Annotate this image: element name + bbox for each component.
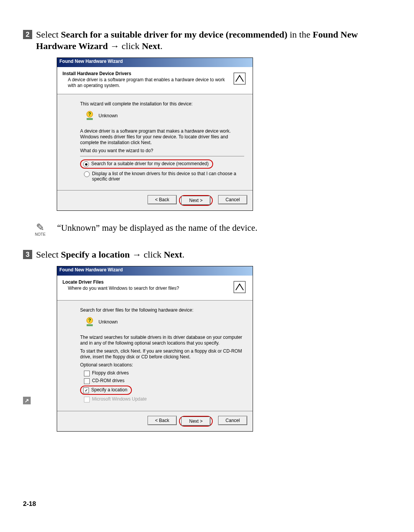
highlight-oval-next2: Next > <box>179 416 213 427</box>
next-button[interactable]: Next > <box>181 196 210 205</box>
step-3-text: Select Specify a location → click Next. <box>36 249 184 260</box>
step-2: 2 Select Search for a suitable driver fo… <box>23 29 391 52</box>
dialog1-heading: Install Hardware Device Drivers <box>62 71 229 76</box>
dialog1-subheading: A device driver is a software program th… <box>68 77 229 89</box>
dialog1-line1: This wizard will complete the installati… <box>80 101 244 107</box>
check-cdrom[interactable] <box>84 378 90 384</box>
step-2-text: Select Search for a suitable driver for … <box>36 29 391 52</box>
note-text: “Unknown” may be displayed as the name o… <box>57 223 257 233</box>
radio1-label: Search for a suitable driver for my devi… <box>91 161 209 166</box>
svg-rect-0 <box>234 73 245 84</box>
dialog2-opt-label: Optional search locations: <box>80 362 244 368</box>
step-2-badge: 2 <box>23 30 32 39</box>
wizard-dialog-install-drivers: Found New Hardware Wizard Install Hardwa… <box>57 57 253 211</box>
dialog1-device-name: Unknown <box>99 113 118 118</box>
chk1-label: Floppy disk drives <box>92 370 129 376</box>
cancel-button[interactable]: Cancel <box>218 195 247 204</box>
hardware-icon <box>232 279 247 295</box>
radio-search-suitable[interactable] <box>83 161 89 167</box>
unknown-device-icon: ? <box>84 316 95 328</box>
check-floppy[interactable] <box>84 371 90 376</box>
hardware-icon <box>232 71 247 86</box>
radio-display-list[interactable] <box>84 171 90 177</box>
dialog2-device-name: Unknown <box>99 319 118 325</box>
svg-text:?: ? <box>88 318 91 323</box>
page-number: 2-18 <box>23 500 36 508</box>
cancel-button[interactable]: Cancel <box>218 416 247 425</box>
step-3: 3 Select Specify a location → click Next… <box>23 249 391 260</box>
note-block: ✎ NOTE “Unknown” may be displayed as the… <box>33 222 391 236</box>
dialog2-title: Found New Hardware Wizard <box>57 266 253 276</box>
chk2-label: CD-ROM drives <box>92 378 125 383</box>
dialog2-line3: To start the search, click Next. If you … <box>80 348 244 360</box>
radio2-label: Display a list of the known drivers for … <box>92 171 244 182</box>
unknown-device-icon: ? <box>84 110 95 122</box>
highlight-oval-radio1: Search for a suitable driver for my devi… <box>80 159 213 169</box>
next-button[interactable]: Next > <box>181 417 210 426</box>
dialog2-line1: Search for driver files for the followin… <box>80 307 244 313</box>
note-icon: ✎ <box>33 222 48 232</box>
highlight-oval-next1: Next > <box>179 195 213 206</box>
back-button[interactable]: < Back <box>148 195 177 204</box>
highlight-oval-specify: Specify a location <box>80 386 132 395</box>
dialog1-prompt: What do you want the wizard to do? <box>80 148 244 154</box>
svg-rect-4 <box>234 281 245 293</box>
chk4-label: Microsoft Windows Update <box>92 396 147 402</box>
dialog-title: Found New Hardware Wizard <box>57 58 253 67</box>
dialog2-line2: The wizard searches for suitable drivers… <box>80 335 244 346</box>
wizard-dialog-locate-files: Found New Hardware Wizard Locate Driver … <box>57 266 253 432</box>
check-windows-update <box>84 397 90 402</box>
dialog2-heading: Locate Driver Files <box>62 279 229 285</box>
step-3-badge: 3 <box>23 250 32 259</box>
dialog1-line2: A device driver is a software program th… <box>80 128 244 146</box>
note-label: NOTE <box>33 232 48 236</box>
svg-text:?: ? <box>88 112 91 117</box>
chk3-label: Specify a location <box>91 387 127 392</box>
svg-rect-7 <box>87 324 93 326</box>
check-specify-location[interactable] <box>83 388 89 393</box>
dialog2-subheading: Where do you want Windows to search for … <box>68 286 229 291</box>
back-button[interactable]: < Back <box>148 416 177 425</box>
svg-rect-3 <box>87 118 93 120</box>
page-link-icon: ↗ <box>23 397 31 404</box>
